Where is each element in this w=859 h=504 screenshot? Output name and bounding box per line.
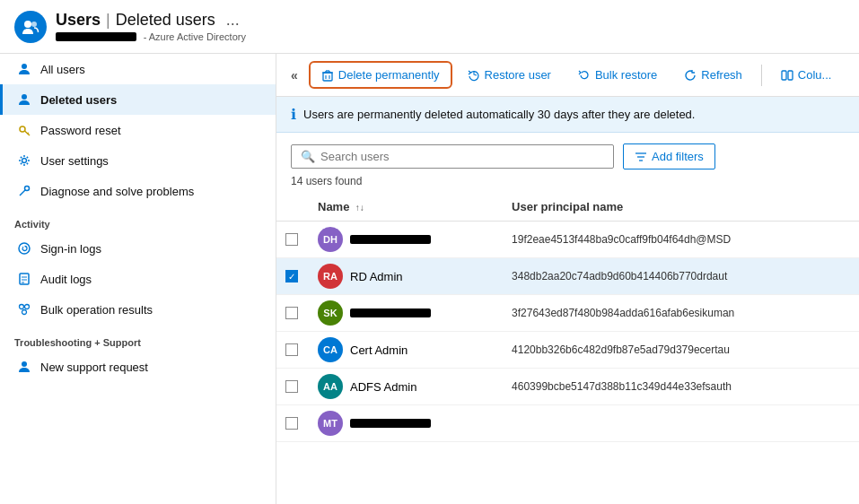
user-upn: 4120bb326b6c482d9fb87e5ad79d379ecertau [503,332,859,369]
svg-point-15 [20,305,24,309]
sidebar: All users Deleted users Password reset U… [0,54,276,504]
search-filter-row: 🔍 + Add filters [276,133,859,175]
bulk-restore-button[interactable]: Bulk restore [566,62,669,88]
search-box: 🔍 [291,144,614,169]
table-row[interactable]: CACert Admin4120bb326b6c482d9fb87e5ad79d… [276,332,859,369]
audit-icon [17,272,31,286]
header-main-row: Users | Deleted users ... [56,11,246,30]
refresh-icon [684,69,697,82]
collapse-button[interactable]: « [291,68,298,83]
svg-point-10 [19,243,30,254]
org-name-redacted [56,32,136,41]
refresh-label: Refresh [701,68,742,82]
sidebar-label-deleted-users: Deleted users [40,93,117,107]
table-row[interactable]: RARD Admin348db2aa20c74adb9d60b414406b77… [276,258,859,295]
sidebar-label-user-settings: User settings [40,154,109,168]
row-checkbox[interactable] [285,307,298,319]
svg-text:+: + [644,151,647,157]
sidebar-label-support: New support request [40,361,148,374]
restore-user-button[interactable]: Restore user [456,62,563,88]
support-icon [17,360,31,374]
header-more-button[interactable]: ... [226,11,240,30]
user-upn: 3f27643ed87f480b984adda616afab6esikuman [503,295,859,332]
sidebar-item-diagnose[interactable]: Diagnose and solve problems [0,176,276,206]
filter-plus-icon: + [635,151,647,163]
sidebar-item-bulk-op[interactable]: Bulk operation results [0,294,276,325]
sort-icon[interactable]: ↑↓ [355,203,364,213]
sidebar-label-audit-logs: Audit logs [40,273,92,286]
info-banner-text: Users are permanently deleted automatica… [303,108,695,121]
header-users-label: Users [56,11,101,30]
svg-rect-27 [788,71,793,80]
restore-icon [468,69,480,82]
svg-line-8 [20,190,25,196]
bulk-restore-label: Bulk restore [595,68,657,82]
delete-permanently-label: Delete permanently [338,68,440,82]
sidebar-item-support[interactable]: New support request [0,352,276,382]
svg-point-17 [22,310,27,315]
sidebar-item-password-reset[interactable]: Password reset [0,115,276,145]
restore-user-label: Restore user [485,68,551,82]
refresh-button[interactable]: Refresh [672,62,754,88]
columns-button[interactable]: Colu... [769,62,844,88]
name-redacted [350,419,431,428]
sidebar-item-all-users[interactable]: All users [0,54,276,84]
avatar: SK [318,300,343,326]
toolbar-separator [761,65,762,86]
user-upn: 348db2aa20c74adb9d60b414406b770drdaut [503,258,859,295]
main-content: « Delete permanently Restore user Bulk r… [276,54,859,504]
search-icon: 🔍 [301,150,315,163]
info-banner: ℹ Users are permanently deleted automati… [276,97,859,133]
svg-point-7 [22,159,27,163]
row-checkbox[interactable] [285,343,298,356]
name-redacted [350,308,431,317]
top-header: Users | Deleted users ... - Azure Active… [0,0,859,54]
avatar: DH [318,227,343,252]
svg-point-18 [22,361,27,367]
sidebar-label-diagnose: Diagnose and solve problems [40,185,194,198]
avatar: CA [318,337,343,362]
avatar: MT [318,411,343,436]
search-input[interactable] [320,150,604,163]
bulk-icon [17,302,31,317]
header-titles: Users | Deleted users ... - Azure Active… [56,11,246,43]
sidebar-item-sign-in-logs[interactable]: Sign-in logs [0,233,276,264]
user-upn [503,405,859,442]
svg-point-16 [25,305,30,309]
sidebar-item-audit-logs[interactable]: Audit logs [0,264,276,294]
table-row[interactable]: MT [276,405,859,442]
sidebar-item-user-settings[interactable]: User settings [0,145,276,176]
info-icon: ℹ [291,106,296,123]
svg-point-1 [31,22,37,27]
columns-label: Colu... [798,68,832,82]
toolbar: « Delete permanently Restore user Bulk r… [276,54,859,97]
delete-permanently-button[interactable]: Delete permanently [309,61,452,89]
trash-icon [321,69,334,82]
row-checkbox[interactable] [285,233,298,246]
sidebar-label-sign-in-logs: Sign-in logs [40,242,101,256]
sidebar-item-deleted-users[interactable]: Deleted users [0,84,276,115]
svg-point-3 [22,94,27,100]
person-icon [17,62,31,76]
user-name: RD Admin [350,270,403,283]
table-row[interactable]: DH19f2eae4513f448ba9c0caff9fb04f64dh@MSD [276,222,859,258]
sidebar-label-password-reset: Password reset [40,124,121,137]
settings-icon [17,153,31,168]
name-redacted [350,235,431,244]
table-row[interactable]: AAADFS Admin460399bcbe5147d388b11c349d44… [276,369,859,405]
row-checkbox[interactable] [285,417,298,430]
columns-icon [781,69,793,82]
col-upn-header: User principal name [503,193,859,222]
table-row[interactable]: SK3f27643ed87f480b984adda616afab6esikuma… [276,295,859,332]
sidebar-label-bulk-op: Bulk operation results [40,303,153,317]
row-checkbox[interactable] [285,270,298,282]
svg-rect-26 [782,71,786,80]
sidebar-label-all-users: All users [40,63,85,76]
add-filters-button[interactable]: + Add filters [623,143,715,169]
deleted-person-icon [17,92,31,107]
troubleshooting-section-label: Troubleshooting + Support [0,325,276,352]
user-name: Cert Admin [350,343,408,357]
add-filters-label: Add filters [652,150,704,163]
row-checkbox[interactable] [285,380,298,393]
user-upn: 19f2eae4513f448ba9c0caff9fb04f64dh@MSD [503,222,859,258]
